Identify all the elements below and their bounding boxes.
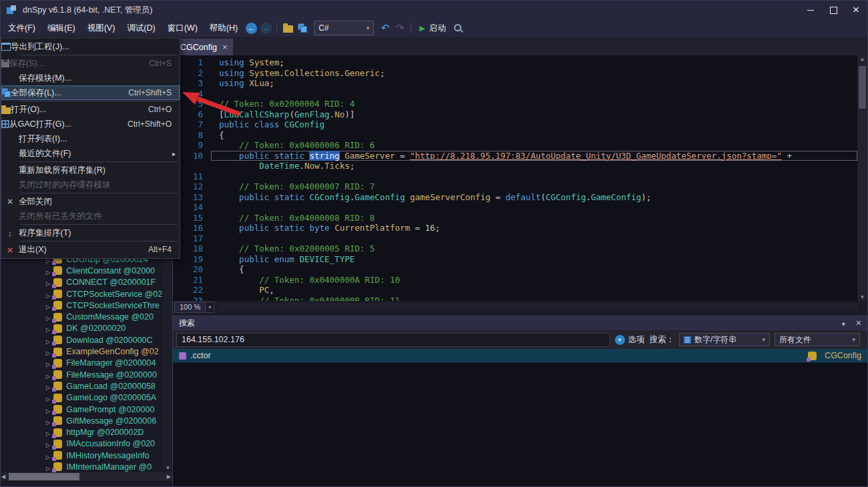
tree-item[interactable]: CTCPSocketServiceThre — [1, 300, 164, 311]
tree-vertical-scrollbar[interactable] — [164, 257, 172, 472]
code-line[interactable]: 7public class CGConfig — [173, 119, 857, 130]
expand-arrow-icon[interactable] — [46, 346, 50, 357]
code-line[interactable]: 3using XLua; — [173, 78, 857, 89]
scroll-down-icon[interactable] — [164, 465, 172, 471]
expand-arrow-icon[interactable] — [46, 323, 50, 334]
language-select[interactable]: C# — [314, 21, 374, 35]
expand-arrow-icon[interactable] — [46, 334, 50, 346]
menubar-item[interactable]: 视图(V) — [81, 20, 122, 37]
tree-item[interactable]: GameLoad @02000058 — [1, 380, 164, 392]
expand-arrow-icon[interactable] — [46, 426, 50, 438]
file-menu-item[interactable]: 打开(O)...Ctrl+O — [1, 102, 180, 117]
code-line[interactable]: 12 // Token: 0x04000007 RID: 7 — [173, 181, 857, 192]
panel-close-icon[interactable] — [856, 318, 861, 328]
tree-item[interactable]: ClientConstant @02000 — [1, 265, 164, 276]
expand-arrow-icon[interactable] — [46, 277, 50, 288]
tree-item[interactable]: IMInternalManager @0 — [1, 461, 164, 472]
code-line[interactable]: 10 public static string GameServer = "ht… — [173, 151, 857, 161]
expand-arrow-icon[interactable] — [46, 404, 50, 415]
file-menu-item[interactable]: 导出到工程(J)... — [1, 39, 180, 54]
tree-item[interactable]: CONNECT @0200001F — [1, 277, 164, 288]
menubar-item[interactable]: 文件(F) — [2, 20, 41, 37]
code-line[interactable]: 11 — [173, 171, 857, 182]
code-line[interactable]: 2using System.Collections.Generic; — [173, 68, 857, 79]
start-debug-button[interactable]: 启动 — [415, 23, 450, 34]
nav-back-button[interactable] — [244, 21, 258, 35]
expand-arrow-icon[interactable] — [46, 265, 50, 276]
save-all-button[interactable] — [295, 21, 310, 35]
scroll-left-icon[interactable] — [1, 474, 5, 480]
tree-item[interactable]: GiftMessage @0200006 — [1, 415, 164, 426]
code-line[interactable]: 19 public enum DEVICE_TYPE — [173, 254, 857, 265]
expand-arrow-icon[interactable] — [46, 369, 50, 380]
file-menu-item[interactable]: 关闭过时的内存缓存模块 — [1, 177, 180, 192]
tree-item[interactable]: CTCPSocketService @02 — [1, 288, 164, 300]
code-line[interactable]: DateTime.Now.Ticks; — [173, 161, 857, 171]
file-menu-item[interactable]: 全部关闭 — [1, 194, 180, 209]
minimize-button[interactable] — [799, 1, 822, 19]
tree-item[interactable]: ExampleGenConfig @02 — [1, 346, 164, 357]
scroll-right-icon[interactable] — [167, 474, 171, 480]
code-line[interactable]: 21 // Token: 0x0400000A RID: 10 — [173, 275, 857, 286]
editor-vertical-scrollbar[interactable] — [857, 55, 867, 301]
tree-item[interactable]: IMHistoryMessageInfo — [1, 450, 164, 461]
code-line[interactable]: 18 // Token: 0x02000005 RID: 5 — [173, 244, 857, 254]
expand-arrow-icon[interactable] — [46, 392, 50, 404]
nav-forward-button[interactable] — [258, 21, 273, 35]
expand-arrow-icon[interactable] — [46, 415, 50, 426]
search-input[interactable] — [176, 333, 610, 347]
tree-item[interactable]: Download @0200000C — [1, 334, 164, 346]
open-file-button[interactable] — [280, 21, 295, 35]
tree-item[interactable]: FileMessage @0200000 — [1, 369, 164, 380]
file-menu-item[interactable]: 关闭所有已丢失的文件 — [1, 209, 180, 223]
scrollbar-thumb[interactable] — [9, 473, 79, 480]
tree-horizontal-scrollbar[interactable] — [1, 472, 172, 481]
code-line[interactable]: 5// Token: 0x02000004 RID: 4 — [173, 99, 857, 109]
code-line[interactable]: 8{ — [173, 130, 857, 141]
file-menu-item[interactable]: 打开列表(I)... — [1, 131, 180, 146]
file-menu-item[interactable]: 保存模块(M)... — [1, 71, 180, 85]
tree-item[interactable]: FileManager @0200004 — [1, 358, 164, 369]
expand-arrow-icon[interactable] — [46, 300, 50, 311]
maximize-button[interactable] — [822, 1, 845, 19]
scrollbar-thumb[interactable] — [859, 66, 866, 109]
expand-arrow-icon[interactable] — [46, 461, 50, 472]
scroll-down-icon[interactable] — [857, 294, 867, 300]
tab-cgconfig[interactable]: CGConfig — [174, 39, 233, 55]
file-menu-item[interactable]: 最近的文件(F) — [1, 146, 180, 161]
search-file-filter[interactable]: 所有文件 — [775, 333, 860, 346]
code-line[interactable]: 9 // Token: 0x04000006 RID: 6 — [173, 140, 857, 151]
code-line[interactable]: 1using System; — [173, 57, 857, 68]
panel-collapse-icon[interactable] — [842, 319, 845, 328]
code-editor[interactable]: 1using System;2using System.Collections.… — [173, 55, 867, 301]
tree-item[interactable]: DK @02000020 — [1, 323, 164, 334]
tree-item[interactable]: CustomMessage @020 — [1, 311, 164, 322]
file-menu-item[interactable]: 退出(X)Alt+F4 — [1, 242, 180, 257]
file-menu-item[interactable]: 从GAC打开(G)...Ctrl+Shift+O — [1, 117, 180, 131]
expand-arrow-icon[interactable] — [46, 438, 50, 450]
code-line[interactable]: 22 PC, — [173, 285, 857, 296]
close-button[interactable] — [845, 1, 867, 19]
code-line[interactable]: 20 { — [173, 264, 857, 275]
tab-close-icon[interactable] — [222, 43, 228, 52]
file-menu-item[interactable]: 保存(S)...Ctrl+S — [1, 56, 180, 71]
file-menu-item[interactable]: 程序集排序(T) — [1, 225, 180, 240]
zoom-level-select[interactable]: 100 % — [174, 302, 206, 313]
search-type-filter[interactable]: 数字/字符串 — [679, 333, 770, 346]
zoom-chevron-icon[interactable] — [206, 302, 214, 313]
expand-arrow-icon[interactable] — [46, 380, 50, 392]
search-result-row[interactable]: .cctor CGConfig — [173, 349, 867, 363]
tree-item[interactable]: GameLogo @0200005A — [1, 392, 164, 404]
file-menu-item[interactable]: 全部保存(L)...Ctrl+Shift+S — [1, 85, 180, 100]
menubar-item[interactable]: 窗口(W) — [162, 20, 204, 37]
redo-button[interactable] — [393, 21, 407, 35]
tree-item[interactable]: IMAccusationInfo @020 — [1, 438, 164, 450]
code-line[interactable]: 14 — [173, 202, 857, 213]
search-assemblies-button[interactable] — [451, 21, 465, 35]
code-line[interactable]: 13 public static CGConfig.GameConfig gam… — [173, 192, 857, 203]
code-line[interactable]: 15 // Token: 0x04000008 RID: 8 — [173, 213, 857, 223]
tree-item[interactable]: httpMgr @0200002D — [1, 426, 164, 438]
file-menu-item[interactable]: 重新加载所有程序集(R) — [1, 163, 180, 177]
code-line[interactable]: 6[LuaCallCSharp(GenFlag.No)] — [173, 109, 857, 120]
expand-arrow-icon[interactable] — [46, 311, 50, 322]
